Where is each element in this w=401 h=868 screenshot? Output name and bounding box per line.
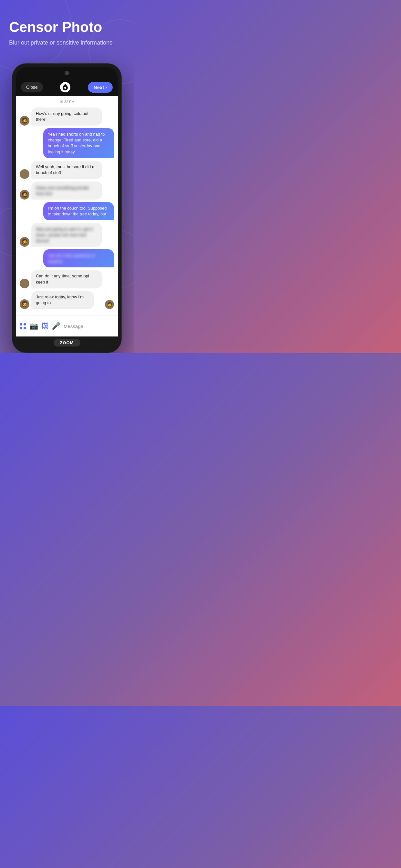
svg-point-0 — [64, 87, 66, 89]
close-button[interactable]: Close — [21, 82, 43, 92]
chat-bubble-sent: I'm on the couch too. Supposed to take d… — [43, 202, 114, 220]
chat-timestamp: 10:32 PM — [20, 100, 114, 104]
chat-bubble-blurred: Was just going to ask if u got it down, … — [31, 223, 102, 247]
message-row: Yea I had shorts on and had to change. T… — [20, 128, 114, 158]
avatar: 🧔 — [20, 299, 29, 309]
next-button[interactable]: Next › — [88, 82, 113, 93]
avatar: 🧔 — [20, 237, 29, 247]
avatar: 🧔 — [20, 190, 29, 199]
chat-bubble-received: Just relax today, know I'm going to — [31, 291, 94, 309]
avatar — [20, 169, 29, 179]
chat-bubble-received: Well yeah, must be sore if did a bunch o… — [31, 161, 102, 179]
chat-bubble-received: How's ur day going, cold out there! — [31, 107, 102, 126]
phone-mockup: Close Next › 10:32 PM � — [12, 63, 122, 353]
avatar: 🧔 — [20, 116, 29, 126]
page-subtitle: Blur out private or sensitive informatio… — [9, 39, 125, 47]
message-row: 🧔 Just relax today, know I'm going to 🧔 — [20, 291, 114, 309]
next-chevron-icon: › — [105, 85, 107, 90]
chat-bubble-sent: Yea I had shorts on and had to change. T… — [43, 128, 114, 158]
message-row: I'm on the couch too. Supposed to take d… — [20, 202, 114, 220]
phone-input-bar: 📷 🖼 🎤 ↺ ↻ — [16, 315, 118, 337]
phone-inner-screen: Close Next › 10:32 PM � — [16, 67, 118, 349]
header-section: Censor Photo Blur out private or sensiti… — [0, 0, 134, 57]
gallery-icon[interactable]: 🖼 — [41, 322, 49, 330]
message-input[interactable] — [64, 323, 118, 329]
chat-bubble-blurred: Daisy and something private here text — [31, 182, 102, 199]
chat-bubble-received: Can do it any time, some ppl keep it — [31, 270, 102, 288]
grid-dots-icon — [20, 323, 26, 330]
phone-notch-bar — [16, 67, 118, 79]
message-row: Well yeah, must be sore if did a bunch o… — [20, 161, 114, 179]
message-row: Can do it any time, some ppl keep it — [20, 270, 114, 288]
avatar — [20, 279, 29, 288]
chat-bubble-blurred-sent: Can do it this weekend or anytime — [43, 249, 114, 268]
zoom-label: ZOOM — [54, 339, 81, 346]
message-row: 🧔 How's ur day going, cold out there! — [20, 107, 114, 126]
zoom-bar: ZOOM — [16, 337, 118, 349]
message-row: Can do it this weekend or anytime — [20, 249, 114, 268]
chat-area: 10:32 PM 🧔 How's ur day going, cold out … — [16, 96, 118, 316]
camera-notch — [65, 71, 69, 75]
app-header: Close Next › — [16, 79, 118, 96]
page-title: Censor Photo — [9, 20, 125, 35]
small-avatar: 🧔 — [105, 300, 114, 309]
message-row: 🧔 Daisy and something private here text — [20, 182, 114, 199]
microphone-icon[interactable]: 🎤 — [52, 322, 60, 330]
message-row: 🧔 Was just going to ask if u got it down… — [20, 223, 114, 247]
phone-outer-frame: Close Next › 10:32 PM � — [12, 63, 122, 353]
camera-icon[interactable]: 📷 — [29, 322, 38, 330]
app-logo — [60, 82, 70, 92]
